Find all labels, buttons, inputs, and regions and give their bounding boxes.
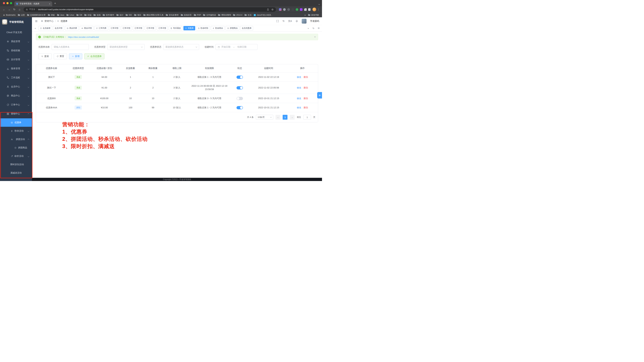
side-panel-icon[interactable]: [308, 8, 311, 11]
fullscreen-icon[interactable]: [276, 20, 279, 23]
status-toggle[interactable]: [236, 106, 243, 109]
sidebar-item-workflow[interactable]: 工作流程: [0, 73, 32, 82]
edit-link[interactable]: 修改: [297, 76, 301, 78]
sidebar-item-cloud-docs[interactable]: Cloud 开发文档: [0, 28, 32, 37]
status-toggle[interactable]: [236, 86, 243, 90]
delete-link[interactable]: 删除: [304, 106, 308, 109]
sidebar-item-groupbuy-product[interactable]: 拼团商品: [0, 144, 32, 152]
bookmark-item[interactable]: 搜索: [47, 14, 56, 17]
add-button[interactable]: 新增: [69, 54, 82, 59]
tag-order-detail[interactable]: 订单详情: [157, 26, 168, 30]
bookmark-item[interactable]: PHP: [193, 14, 202, 16]
tags-menu-icon[interactable]: [316, 26, 321, 30]
bookmark-item[interactable]: 游戏: [92, 14, 102, 17]
extension-icon[interactable]: [296, 8, 298, 11]
edit-link[interactable]: 修改: [297, 86, 301, 89]
app-logo[interactable]: 芋道管理系统: [0, 17, 32, 27]
forward-button[interactable]: →: [7, 7, 12, 12]
bookmark-item[interactable]: 2014-4: [232, 14, 243, 16]
bookmarks-overflow-icon[interactable]: »: [303, 14, 307, 16]
bell-icon[interactable]: [296, 20, 298, 23]
extension-icon[interactable]: [287, 8, 290, 11]
tag-order-detail[interactable]: 订单详情: [145, 26, 156, 30]
status-toggle[interactable]: [236, 76, 243, 79]
sidebar-item-infra[interactable]: 基础设施: [0, 46, 32, 55]
bookmark-item[interactable]: 项目: [133, 14, 142, 17]
delete-link[interactable]: 删除: [304, 76, 308, 78]
tab-search-icon[interactable]: [318, 3, 320, 5]
extension-icon[interactable]: [292, 8, 294, 11]
sidebar-item-bargain[interactable]: 砍价活动: [0, 152, 32, 160]
tag-order-detail[interactable]: 订单详情: [121, 26, 132, 30]
search-button[interactable]: 搜索: [38, 54, 52, 59]
edit-link[interactable]: 修改: [297, 97, 301, 100]
bookmark-item[interactable]: DB: [75, 14, 84, 16]
tags-refresh-icon[interactable]: ↻: [311, 26, 316, 30]
bookmark-item[interactable]: 博客未整理: [217, 14, 232, 17]
prev-page-button[interactable]: ‹: [276, 115, 280, 120]
tag-seckill-product[interactable]: 秒杀商品: [211, 26, 224, 30]
coupon-name-input[interactable]: 请输入优惠券名: [52, 44, 89, 50]
extensions-puzzle-icon[interactable]: [304, 8, 307, 11]
bookmark-item[interactable]: 前端: [83, 14, 92, 17]
username[interactable]: 芋道源码: [310, 20, 319, 23]
tags-scroll-left-icon[interactable]: «: [33, 26, 38, 30]
tag-coupon-active[interactable]: 优惠券: [184, 26, 195, 30]
sidebar-item-product[interactable]: 商品中心: [0, 91, 32, 100]
back-button[interactable]: ←: [2, 7, 6, 12]
bookmark-item[interactable]: Linux: [65, 14, 75, 16]
bookmark-item[interactable]: 生活: [244, 14, 253, 17]
locale-icon[interactable]: 文A: [288, 20, 292, 23]
bookmark-item[interactable]: 近期需要读的文章: [26, 14, 47, 17]
extension-icon[interactable]: [283, 8, 286, 11]
tag-member-detail[interactable]: 会员详情: [53, 26, 64, 30]
bookmark-other[interactable]: 其他书签: [307, 14, 320, 17]
browser-tab[interactable]: 芋道管理系统 - 优惠券 ×: [14, 1, 52, 6]
goto-page-input[interactable]: 1: [303, 115, 311, 120]
user-avatar[interactable]: [302, 19, 306, 24]
sidebar-item-time-discount[interactable]: 限时折扣活动: [0, 160, 32, 169]
minimize-window-button[interactable]: [6, 2, 8, 4]
close-window-button[interactable]: [3, 2, 5, 4]
bookmark-item[interactable]: 其他语言: [180, 14, 193, 17]
sidebar-item-member[interactable]: 会员中心: [0, 82, 32, 91]
tag-member-coupon[interactable]: 会员优惠券: [240, 26, 253, 30]
browser-menu-icon[interactable]: ⋮: [316, 8, 320, 11]
edit-link[interactable]: 修改: [297, 106, 301, 109]
sidebar-item-full-reduction[interactable]: 满减送活动: [0, 169, 32, 177]
browser-profile-avatar[interactable]: [312, 8, 316, 11]
delete-link[interactable]: 删除: [304, 97, 308, 100]
settings-gear-button[interactable]: [317, 92, 322, 99]
coupon-type-select[interactable]: 请选择优惠券类型: [108, 44, 144, 50]
reload-button[interactable]: ↻: [12, 7, 17, 12]
current-page-button[interactable]: 1: [283, 115, 288, 120]
tag-seckill-time[interactable]: 秒杀时段: [196, 26, 210, 30]
sidebar-item-payment[interactable]: 支付管理: [0, 55, 32, 64]
tag-order-list[interactable]: 订单列表: [94, 26, 108, 30]
sidebar-item-seckill[interactable]: 秒杀活动: [0, 127, 32, 135]
sidebar-item-groupbuy[interactable]: 拼团活动: [0, 135, 32, 144]
alert-doc-link[interactable]: https://doc.iocoder.cn/mall/build/: [68, 36, 99, 38]
bookmark-item[interactable]: 软件/硬件: [102, 14, 115, 17]
sidebar-item-system[interactable]: 系统管理: [0, 37, 32, 46]
bookmark-item[interactable]: 文件服务器: [202, 14, 217, 17]
tag-order-detail[interactable]: 订单详情: [109, 26, 120, 30]
tag-product-list[interactable]: 商品列表: [65, 26, 79, 30]
coupon-status-select[interactable]: 请选择优惠券状态: [163, 44, 199, 50]
sidebar-item-coupon[interactable]: 优惠券: [0, 118, 32, 127]
create-time-range-picker[interactable]: 开始日期 – 结束日期: [216, 44, 258, 50]
bookmark-item[interactable]: Java: [56, 14, 65, 16]
new-tab-button[interactable]: +: [54, 2, 56, 5]
zoom-window-button[interactable]: [10, 2, 12, 4]
font-size-icon[interactable]: Tr: [282, 20, 284, 23]
hamburger-menu-icon[interactable]: [35, 20, 38, 23]
bookmark-item[interactable]: 设计: [115, 14, 124, 17]
sidebar-item-report[interactable]: 报表管理: [0, 64, 32, 73]
home-button[interactable]: ⌂: [17, 7, 22, 12]
member-coupon-button[interactable]: 会员优惠券: [84, 54, 104, 59]
bookmark-item[interactable]: 网站/博客/文章/工具: [142, 14, 165, 17]
alert-close-icon[interactable]: ×: [314, 36, 316, 39]
extension-icon[interactable]: [279, 8, 282, 11]
tag-aftersale-refund[interactable]: 售后退款: [169, 26, 182, 30]
bookmark-item[interactable]: ★Bookmarks: [2, 14, 17, 16]
